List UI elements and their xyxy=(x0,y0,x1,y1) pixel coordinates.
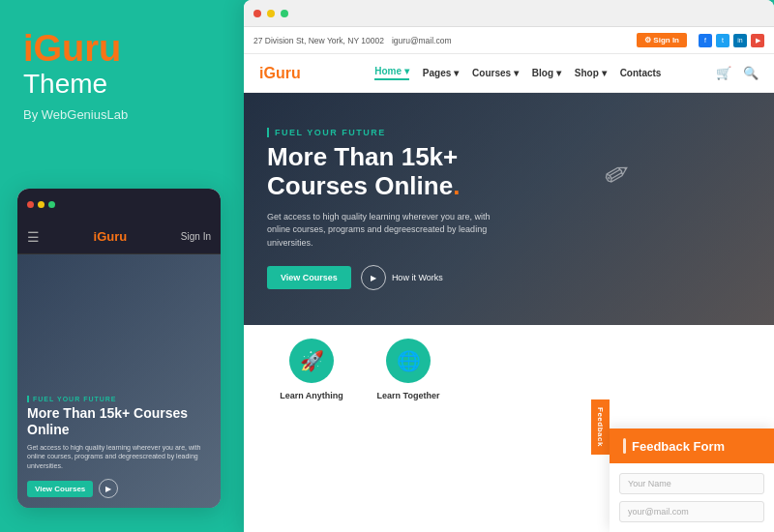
hero-title-line2: Courses Online. xyxy=(267,171,460,200)
mobile-hero-actions: View Courses ▶ xyxy=(27,479,211,498)
hero-buttons: View Courses ▶ How it Works xyxy=(267,265,751,290)
site-nav-icons: 🛒 🔍 xyxy=(716,66,759,80)
mobile-play-button[interactable]: ▶ xyxy=(99,479,118,498)
feature-learn-anything-label: Learn Anything xyxy=(280,391,343,400)
feedback-body: Your Name your@mail.com xyxy=(610,463,774,532)
nav-link-home[interactable]: Home ▾ xyxy=(374,66,409,80)
feedback-header: Feedback Form xyxy=(610,429,774,463)
feature-learn-together: 🌐 Learn Together xyxy=(360,339,457,400)
hero-title: More Than 15k+ Courses Online. xyxy=(267,143,538,201)
feedback-tab[interactable]: Feedback xyxy=(591,399,610,455)
site-hero: ✏ FUEL YOUR FUTURE More Than 15k+ Course… xyxy=(244,93,774,325)
feedback-name-input[interactable]: Your Name xyxy=(619,473,764,494)
nav-link-shop[interactable]: Shop ▾ xyxy=(575,68,607,78)
globe-icon: 🌐 xyxy=(386,339,431,383)
brand-author: By WebGeniusLab xyxy=(23,107,128,122)
nav-link-pages[interactable]: Pages ▾ xyxy=(423,68,459,78)
mobile-view-courses-button[interactable]: View Courses xyxy=(27,481,93,497)
hero-label: FUEL YOUR FUTURE xyxy=(267,128,751,137)
hero-title-line1: More Than 15k+ xyxy=(267,142,458,171)
mobile-hero-label: FUEL YOUR FUTURE xyxy=(27,396,211,402)
browser-dot-green xyxy=(281,10,288,17)
mobile-hero: FUEL YOUR FUTURE More Than 15k+ Courses … xyxy=(17,254,221,508)
browser-dot-yellow xyxy=(267,10,275,17)
site-nav-links: Home ▾ Pages ▾ Courses ▾ Blog ▾ Shop ▾ C… xyxy=(320,66,716,80)
brand-theme: Theme xyxy=(23,70,107,100)
feature-learn-anything: 🚀 Learn Anything xyxy=(263,339,360,400)
browser-social-icons: f t in ▶ xyxy=(699,34,764,47)
feedback-title: Feedback Form xyxy=(632,439,725,454)
browser-email-text: iguru@mail.com xyxy=(392,36,452,45)
nav-link-courses[interactable]: Courses ▾ xyxy=(472,68,519,78)
mobile-hero-desc: Get access to high quality learning wher… xyxy=(27,443,211,471)
nav-link-blog[interactable]: Blog ▾ xyxy=(532,68,561,78)
brand-prefix: i xyxy=(23,28,34,69)
browser-signin-button[interactable]: ⚙ Sign In xyxy=(637,33,687,47)
brand-name: iGuru xyxy=(23,29,121,70)
twitter-icon[interactable]: t xyxy=(716,34,729,47)
mobile-logo-suffix: Guru xyxy=(97,229,127,244)
mobile-window-dots xyxy=(27,201,55,208)
feature-learn-together-label: Learn Together xyxy=(377,391,440,400)
browser-top-bar: 27 Division St, New York, NY 10002 iguru… xyxy=(244,27,774,54)
feedback-header-bar xyxy=(623,438,626,454)
feedback-panel: Feedback Form Your Name your@mail.com xyxy=(610,429,774,532)
mobile-dot-yellow xyxy=(38,201,45,208)
hero-desc: Get access to high quality learning wher… xyxy=(267,211,499,251)
how-it-works-label: How it Works xyxy=(392,273,443,282)
left-panel: iGuru Theme By WebGeniusLab ☰ iGuru Sign… xyxy=(0,0,240,532)
pencil-decoration: ✏ xyxy=(597,152,638,196)
site-bottom: 🚀 Learn Anything 🌐 Learn Together Feedba… xyxy=(244,325,774,532)
browser-dot-red xyxy=(253,10,261,17)
site-navbar: iGuru Home ▾ Pages ▾ Courses ▾ Blog ▾ Sh… xyxy=(244,54,774,93)
youtube-icon[interactable]: ▶ xyxy=(751,34,764,47)
main-browser: 27 Division St, New York, NY 10002 iguru… xyxy=(244,0,774,532)
mobile-navbar: ☰ iGuru Sign In xyxy=(17,220,221,254)
browser-chrome xyxy=(244,0,774,27)
view-courses-button[interactable]: View Courses xyxy=(267,266,351,289)
browser-address-text: 27 Division St, New York, NY 10002 xyxy=(253,36,384,45)
linkedin-icon[interactable]: in xyxy=(733,34,747,47)
mobile-dot-red xyxy=(27,201,34,208)
search-icon[interactable]: 🔍 xyxy=(743,66,759,80)
mobile-logo: iGuru xyxy=(94,229,128,244)
mobile-hero-title: More Than 15k+ Courses Online xyxy=(27,405,211,438)
how-it-works-button[interactable]: ▶ How it Works xyxy=(361,265,443,290)
mobile-dot-green xyxy=(48,201,55,208)
site-logo-suffix: Guru xyxy=(263,65,300,81)
rocket-icon: 🚀 xyxy=(289,339,334,383)
brand-suffix: Guru xyxy=(34,28,122,69)
facebook-icon[interactable]: f xyxy=(699,34,712,47)
mobile-mockup: ☰ iGuru Sign In FUEL YOUR FUTURE More Th… xyxy=(17,189,221,508)
nav-link-contacts[interactable]: Contacts xyxy=(620,68,662,78)
mobile-signin-label[interactable]: Sign In xyxy=(181,231,211,242)
site-logo: iGuru xyxy=(259,65,301,82)
feedback-email-input[interactable]: your@mail.com xyxy=(619,501,764,522)
cart-icon[interactable]: 🛒 xyxy=(716,66,731,80)
browser-address-bar: 27 Division St, New York, NY 10002 iguru… xyxy=(253,36,625,45)
play-icon: ▶ xyxy=(361,265,386,290)
mobile-top-bar xyxy=(17,189,221,220)
hamburger-icon[interactable]: ☰ xyxy=(27,229,40,245)
